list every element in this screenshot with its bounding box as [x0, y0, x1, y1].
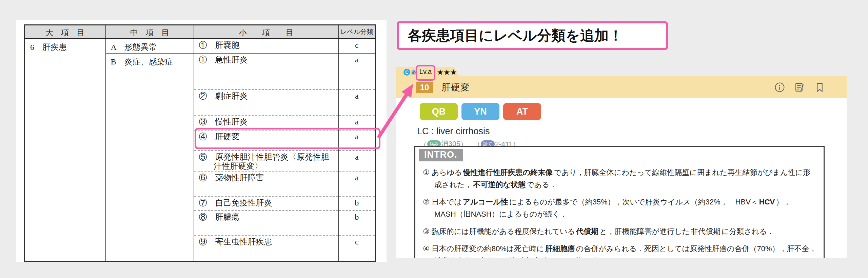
- memo-icon[interactable]: [794, 82, 805, 93]
- intro-text: 臨床的には肝機能がある程度保たれている: [432, 227, 575, 236]
- annotation-text: 各疾患項目にレベル分類を追加！: [408, 26, 623, 45]
- topic-title: 肝硬変: [441, 81, 470, 94]
- header-minor-item: 小 項 目: [194, 25, 339, 39]
- intro-item-number: ②: [423, 198, 430, 206]
- card-body: QB YN AT LC : liver cirrhosis （ 病み 消305 …: [396, 98, 847, 258]
- intro-item: ①あらゆる慢性進行性肝疾患の終末像であり，肝臓全体にわたって線維性隔壁に囲まれた…: [423, 166, 817, 191]
- header-middle-item: 中 項 目: [106, 25, 194, 39]
- intro-bold-term: HCV: [759, 198, 775, 206]
- abbreviation-line: LC : liver cirrhosis: [417, 126, 490, 137]
- level-badge: Lv.a: [416, 65, 435, 81]
- header-level-class: レベル分類: [339, 25, 375, 39]
- intro-bold-term: 不可逆的な状態: [473, 180, 526, 189]
- table-row-item-highlighted: ④ 肝硬変: [194, 130, 339, 151]
- yn-button[interactable]: YN: [461, 103, 499, 120]
- intro-text: あらゆる: [432, 168, 462, 177]
- table-row-item: ⑧ 肝膿瘍: [194, 211, 339, 235]
- table-row-level: b: [339, 211, 375, 235]
- intro-item-number: ①: [423, 168, 430, 177]
- table-row-item: ⑤ 原発性胆汁性胆管炎〈原発性胆汁性肝硬変〉: [194, 151, 339, 171]
- table-row-level: a: [339, 90, 375, 115]
- page: 大 項 目 中 項 目 小 項 目 レベル分類 6 肝疾患 A 形態異常 ① 肝…: [0, 0, 868, 278]
- intro-section: INTRO. ①あらゆる慢性進行性肝疾患の終末像であり，肝臓全体にわたって線維性…: [414, 146, 825, 258]
- table-row-item: ⑨ 寄生虫性肝疾患: [194, 235, 339, 262]
- table-row-item: ⑥ 薬物性肝障害: [194, 171, 339, 196]
- level-badge-label: Lv.a: [419, 68, 432, 79]
- intro-bold-term: 慢性進行性肝疾患の終末像: [463, 168, 553, 177]
- table-row-level: a: [339, 115, 375, 130]
- table-row-level: a: [339, 53, 375, 90]
- common-disease-icon: C: [403, 69, 410, 76]
- intro-item-number: ④: [423, 244, 430, 253]
- intro-item: ④日本の肝硬変の約80%は死亡時に肝細胞癌の合併がみられる．死因としては原発性肝…: [423, 243, 817, 258]
- intro-text: と，肝機能障害が進行した: [599, 227, 690, 236]
- cell-mid-a: A 形態異常: [106, 39, 194, 53]
- intro-bold-term: 代償期: [576, 227, 598, 236]
- table-row-level: a: [339, 171, 375, 196]
- intro-item: ③臨床的には肝機能がある程度保たれている代償期と，肝機能障害が進行した非代償期に…: [423, 225, 817, 238]
- intro-text: 日本の肝硬変の約80%は死亡時に: [432, 244, 544, 253]
- table-row-level: c: [339, 39, 375, 53]
- qb-button[interactable]: QB: [420, 103, 458, 120]
- intro-text: に分類される．: [722, 227, 774, 236]
- table-row-item: ② 劇症肝炎: [194, 90, 339, 115]
- annotation-callout: 各疾患項目にレベル分類を追加！: [397, 21, 668, 50]
- disease-card: C 必 Lv.a ★★★ 10 肝硬変: [396, 66, 847, 258]
- table-row-level: c: [339, 235, 375, 262]
- table-row-item: ① 急性肝炎: [194, 53, 339, 90]
- table-row-level: a: [339, 151, 375, 171]
- table-row-item: ⑦ 自己免疫性肝炎: [194, 196, 339, 211]
- intro-text: によるものが最多で（約35%），次いで肝炎ウイルス（約32%， HBV＜: [509, 198, 758, 206]
- intro-item: ②日本ではアルコール性によるものが最多で（約35%），次いで肝炎ウイルス（約32…: [423, 196, 817, 220]
- intro-items: ①あらゆる慢性進行性肝疾患の終末像であり，肝臓全体にわたって線維性隔壁に囲まれた…: [423, 166, 817, 258]
- intro-label: INTRO.: [419, 149, 463, 161]
- curriculum-table: 大 項 目 中 項 目 小 項 目 レベル分類 6 肝疾患 A 形態異常 ① 肝…: [24, 24, 376, 262]
- cell-mid-b: B 炎症、感染症: [106, 53, 194, 262]
- at-button[interactable]: AT: [503, 103, 541, 120]
- table-row-level: a: [339, 130, 375, 151]
- intro-item-number: ③: [423, 227, 430, 236]
- table-row-item: ③ 慢性肝炎: [194, 115, 339, 130]
- info-icon[interactable]: [774, 82, 785, 93]
- cell-major-liver-disease: 6 肝疾患: [24, 39, 106, 262]
- intro-text: である．: [527, 180, 557, 189]
- topic-number-badge: 10: [416, 82, 433, 93]
- header-major-item: 大 項 目: [24, 25, 106, 39]
- table-row-item: ① 肝嚢胞: [194, 39, 339, 53]
- intro-text: 日本では: [432, 198, 462, 206]
- card-header: 10 肝硬変: [396, 76, 847, 98]
- table-row-level: b: [339, 196, 375, 211]
- intro-bold-term: アルコール性: [463, 198, 508, 206]
- intro-bold-term: 肝細胞癌: [545, 244, 575, 253]
- bookmark-icon[interactable]: [814, 82, 825, 93]
- intro-text: 非代償期: [691, 227, 721, 236]
- star-rating: ★★★: [437, 68, 457, 77]
